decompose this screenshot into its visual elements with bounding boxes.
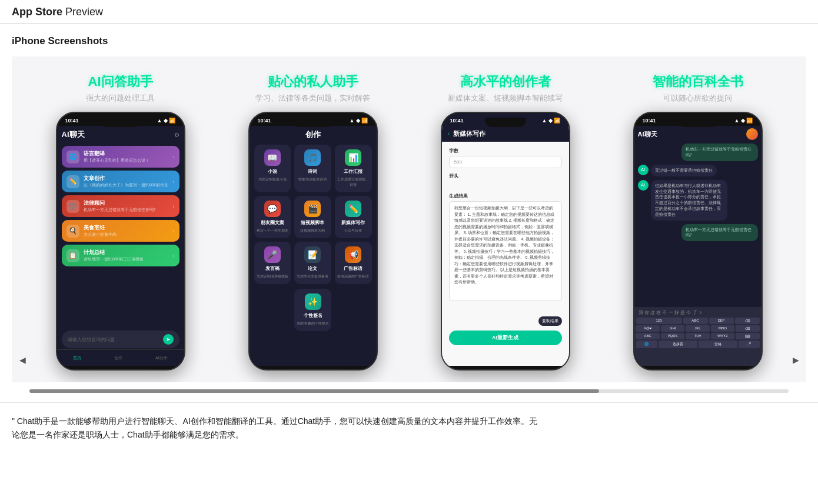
s4-key-abc2[interactable]: ABC [636, 333, 659, 339]
s2-desc-script: 短视频脚本大纲 [300, 228, 325, 233]
s4-kb-row-3: ABC PQRS TUV WXYZ ⌨ [636, 333, 760, 339]
s4-key-pqrs[interactable]: PQRS [661, 333, 684, 339]
s3-gen-button[interactable]: AI重新生成 [449, 331, 562, 345]
s1-menu-item-plan[interactable]: 📋 计划总结 请给我写一篇500字的工汇报模板 › [62, 245, 179, 266]
s1-input-bar[interactable]: 请输入您想咨询的问题 ➤ [62, 331, 179, 348]
s4-key-ghi[interactable]: GHI [661, 325, 684, 332]
s4-kb-row-1: 123 ABC DEF ⌫ [636, 318, 760, 324]
s2-label-moments: 朋友圈文案 [261, 219, 284, 226]
s2-item-ad[interactable]: 📢 广告标语 校准高效的广告标语 [335, 242, 372, 284]
phone4-notch [677, 118, 719, 127]
s4-message-2: AI 无过错一般不需要承担赔偿责任 [638, 165, 758, 176]
s2-title: 创作 [305, 129, 321, 140]
s4-message-3: AI 但如果是机动车与行人或者非机动车发生交通事故的，机动车一方即便无责任也要承… [638, 180, 758, 221]
s3-copy-button[interactable]: 复制结果 [538, 316, 562, 326]
phone4-screen: AI聊天 机动车一方无过错就等于无赔偿责任吗? AI 无过错一般不需要承担赔偿责… [634, 126, 762, 366]
s1-item-name-3: 法律顾问 [84, 199, 169, 207]
phone1-title: AI问答助手 [88, 74, 153, 89]
s3-result-title: 生成结果 [449, 193, 562, 199]
s1-menu-item-write[interactable]: ✏️ 文章创作 以《我的妈妈长大了》为题写一篇500字的作文 › [62, 171, 179, 192]
s4-key-backspace[interactable]: ⌫ [736, 325, 759, 332]
s2-label-signature: 个性签名 [304, 312, 322, 319]
phone1-subtitle: 强大的问题处理工具 [86, 93, 155, 104]
script-icon: 🎬 [304, 201, 321, 217]
s1-menu-item-food[interactable]: 🍳 美食烹饪 怎么做小炒黄牛肉 › [62, 220, 179, 242]
scrollbar-track[interactable] [29, 389, 789, 393]
s2-item-poem[interactable]: 🎵 诗词 智能为你提供诗词 [294, 145, 331, 192]
s4-key-mic[interactable]: 🎤 [739, 341, 760, 348]
s4-key-tuv[interactable]: TUV [686, 333, 709, 339]
translate-icon: 🌐 [66, 151, 79, 163]
s4-bubble-1: 机动车一方无过错就等于无赔偿责任吗? [681, 143, 758, 161]
s1-send-button[interactable]: ➤ [163, 334, 174, 345]
s1-item-content-5: 计划总结 请给我写一篇500字的工汇报模板 [84, 249, 169, 262]
s4-key-abc[interactable]: ABC [683, 318, 708, 324]
phone-card-4: 智能的百科全书 可以随心所欲的提问 10:41 ▲ ◆ 📶 AI聊天 [607, 74, 789, 371]
s2-item-signature[interactable]: ✨ 个性签名 制作有趣的个性签名 [294, 289, 331, 331]
header-title: App Store Preview [12, 6, 103, 18]
s2-item-script[interactable]: 🎬 短视频脚本 短视频脚本大纲 [294, 196, 331, 238]
s4-key-mno[interactable]: MNO [711, 325, 734, 332]
s3-body: 字数 500 开头 生成结果 我想整合一份短视频拍摄大纲，以下是一些可以考虑的要… [442, 142, 569, 366]
s2-desc-media: 公众号写作 [344, 228, 362, 233]
s3-content-area: 我想整合一份短视频拍摄大纲，以下是一些可以考虑的要素： 1. 主题和故事线：确定… [449, 201, 562, 301]
s4-key-pinyin[interactable]: 选拼音 [659, 341, 697, 348]
s1-tab-ai[interactable]: AI助手 [155, 355, 168, 361]
media-icon: ✏️ [345, 201, 361, 217]
s2-item-speech[interactable]: 🎤 发言稿 为您定制演讲稿模板 [254, 242, 291, 284]
s4-header: AI聊天 [638, 128, 758, 140]
s2-item-novel[interactable]: 📖 小说 为您定制短篇小说 [254, 145, 291, 192]
s1-item-name-1: 语言翻译 [84, 150, 169, 158]
s1-tab-create[interactable]: 创作 [114, 355, 122, 361]
s2-item-moments[interactable]: 💬 朋友圈文案 帮写一个一样的朋友 [254, 196, 291, 238]
phone2-subtitle: 学习、法律等各类问题，实时解答 [255, 93, 370, 104]
s4-key-def[interactable]: DEF [709, 318, 734, 324]
s3-wordcount-label: 字数 [449, 148, 562, 154]
s4-key-wxyz[interactable]: WXYZ [711, 333, 734, 339]
s1-item-desc-2: 以《我的妈妈长大了》为题写一篇500字的作文 [84, 182, 169, 188]
phone3-frame: 10:41 ▲ ◆ 📶 ‹ 新媒体写作 字数 500 开头 [441, 112, 570, 371]
s4-user-avatar [746, 128, 758, 140]
description-text: " Chat助手是一款能够帮助用户进行智能聊天、AI创作和智能翻译的工具。通过C… [12, 415, 541, 441]
s3-wordcount-input[interactable]: 500 [449, 156, 562, 168]
s4-key-globe[interactable]: 🌐 [636, 341, 657, 348]
phone3-signals: ▲ ◆ 📶 [542, 118, 561, 124]
s2-desc-signature: 制作有趣的个性签名 [297, 321, 329, 326]
s1-menu-item-translate[interactable]: 🌐 语言翻译 用【请开心见到你】用英语怎么说？ › [62, 146, 179, 168]
s4-key-jkl[interactable]: JKL [686, 325, 709, 332]
s4-key-hash[interactable]: #@¥ [636, 325, 659, 332]
s2-item-media[interactable]: ✏️ 新媒体写作 公众号写作 [335, 196, 372, 238]
s1-tab-home[interactable]: 首页 [73, 355, 81, 361]
s4-bubble-3: 但如果是机动车与行人或者非机动车发生交通事故的，机动车一方即便无责任也要承担一小… [651, 180, 727, 221]
phone1-notch [100, 118, 141, 127]
s1-arrow-4: › [173, 228, 175, 234]
s3-back-arrow[interactable]: ‹ [448, 131, 450, 137]
s4-key-kb[interactable]: ⌨ [736, 333, 759, 339]
s2-label-novel: 小说 [268, 168, 277, 175]
s4-key-space[interactable]: 空格 [699, 341, 737, 348]
phone2-screen: 创作 📖 小说 为您定制短篇小说 🎵 诗词 智能为你提供诗词 [250, 126, 377, 366]
s2-item-thesis[interactable]: 📝 论文 为您的论文提供参考 [294, 242, 331, 284]
screenshots-row: AI问答助手 强大的问题处理工具 10:41 ▲ ◆ 📶 AI聊天 ⚙ [29, 74, 789, 371]
s2-desc-speech: 为您定制演讲稿模板 [257, 274, 288, 279]
speech-icon: 🎤 [264, 246, 281, 263]
s4-key-del[interactable]: ⌫ [735, 318, 760, 324]
phone1-signals: ▲ ◆ 📶 [157, 118, 176, 124]
s1-menu-item-law[interactable]: ⚖️ 法律顾问 机动车一方无过错就等于无赔偿任务吗? › [62, 195, 179, 217]
s1-item-desc-3: 机动车一方无过错就等于无赔偿任务吗? [84, 207, 169, 213]
s1-item-desc-4: 怎么做小炒黄牛肉 [84, 232, 169, 238]
scroll-left-arrow[interactable]: ◀ [16, 354, 28, 366]
s1-item-name-4: 美食烹饪 [84, 224, 169, 232]
s4-key-123[interactable]: 123 [636, 318, 682, 324]
s3-heading-label: 开头 [449, 173, 562, 179]
scroll-right-arrow[interactable]: ▶ [790, 354, 802, 366]
s2-desc-thesis: 为您的论文提供参考 [297, 274, 328, 279]
s2-item-report[interactable]: 📊 工作汇报 工作成果写成周报、日报 [335, 145, 372, 192]
ad-icon: 📢 [345, 246, 361, 263]
s2-label-ad: 广告标语 [344, 265, 363, 272]
phone2-signals: ▲ ◆ 📶 [350, 118, 368, 124]
s1-arrow-1: › [173, 154, 175, 160]
phone4-title: 智能的百科全书 [653, 74, 743, 89]
s2-label-speech: 发言稿 [265, 265, 280, 272]
s4-ai-avatar-2: AI [638, 180, 649, 191]
